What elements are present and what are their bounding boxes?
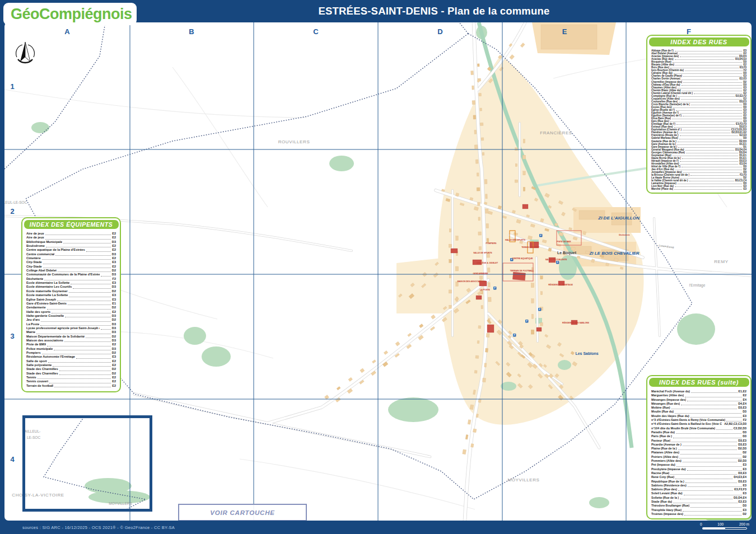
map-label: MAISON DES ASSOCIATIONS: [458, 280, 486, 283]
north-arrow-icon: [16, 42, 35, 63]
index-entry: Aire de jeuxE2: [26, 236, 116, 240]
index-entry: Centre aquatique de la Plaine d'EstréesE…: [26, 248, 116, 252]
grid-column-label: C: [313, 27, 319, 36]
index-entry: DéchetterieF2: [26, 277, 116, 281]
index-entry: n°104 dite du Moulin Brulé (Voie Communa…: [651, 427, 746, 430]
index-entry: Terrain de footballE2: [26, 384, 116, 388]
grid-column-label: E: [562, 27, 567, 36]
map-label: GENDARMERIE: [473, 273, 489, 275]
index-entry: MairieD3: [26, 330, 116, 334]
svg-text:P: P: [539, 308, 540, 311]
map-label: MOYVILLERS: [507, 477, 539, 483]
index-entry: René Coty (Rue)D4,E3,E4: [651, 475, 746, 479]
index-entry: City-StadeE3: [26, 260, 116, 264]
voir-cartouche-box: VOIR CARTOUCHE: [178, 504, 307, 521]
map-label: RÉSIDENCE L'ERMITAGE: [548, 283, 573, 286]
index-entry: Mésanges (Rue des)D4,E4: [651, 402, 746, 406]
scale-0: 0: [700, 522, 702, 526]
cartouche-zone-rect: [22, 415, 152, 512]
index-entry: Sablons (Rue des)E3,F2,F3: [651, 488, 746, 491]
map-label: TENNIS COUVERT: [521, 246, 540, 249]
map-label: SALLE POLYVALENTE: [545, 259, 567, 261]
grid-column-label: D: [437, 27, 442, 36]
index-des-equipements-list: Aire de jeuxE2Aire de jeuxE2Bibliothèque…: [22, 230, 120, 389]
index-entry: Plaine (Rue de la )D2,D3: [651, 447, 746, 451]
index-entry: Sollette (Rue de la )D3,D4,E4: [651, 496, 746, 500]
map-label: ROUVILLERS: [278, 139, 310, 144]
scale-200: 200 m: [739, 522, 749, 526]
index-entry: Moulin des Hayes (Rue du)E3: [651, 414, 746, 418]
index-entry: Théophile Havy (Rue)E3: [651, 508, 746, 512]
index-entry: Ecole maternelle La SolletteE3: [26, 293, 116, 297]
index-entry: Sablons (Résidence des)E3: [651, 484, 746, 488]
index-entry: Troènes (Impasse des)D2: [651, 512, 746, 516]
svg-text:P: P: [514, 334, 515, 336]
map-label: COLLÈGE A. DIDELET: [477, 261, 498, 264]
index-entry: Centre commercialD3: [26, 252, 116, 256]
map-label: COMPIÈGNE: [659, 244, 674, 249]
header-bar: GéoCompiégnois ESTRÉES-SAINT-DENIS - Pla…: [0, 0, 756, 22]
index-entry: Théodore Boullanger (Rue)D3: [651, 504, 746, 508]
index-entry: Presbytère (Impasse du)E3: [651, 467, 746, 471]
index-entry: Paris (Rue de )D3: [651, 434, 746, 438]
index-des-rues-suite-panel: INDEX DES RUES (suite) Maréchal Foch (Av…: [646, 375, 752, 519]
map-label: l'Ermitage: [689, 283, 706, 288]
grid-row-label: 4: [10, 455, 15, 463]
index-des-rues-list: Abbaye (Rue de l')E3Abel Didelet (Avenue…: [647, 48, 750, 191]
index-entry: Lycée professionnel agricole privé Saint…: [26, 326, 116, 330]
map-label: POMPIERS: [486, 242, 497, 245]
svg-text:P: P: [494, 287, 496, 289]
logo: GéoCompiégnois: [3, 3, 137, 25]
index-entry: Salle de sportE2: [26, 359, 116, 363]
index-entry: Ecole élémentaire Les CourtilsD3: [26, 285, 116, 289]
index-entry: Collège Abel DideletD2: [26, 269, 116, 273]
index-entry: Stade des CharmillesD2: [26, 367, 116, 371]
scale-100: 100: [717, 522, 724, 526]
voir-cartouche-label: VOIR CARTOUCHE: [210, 509, 275, 516]
map-label: CENTRE AQUATIQUE: [512, 257, 534, 260]
map-label: HALLE DES SPORTS: [505, 239, 526, 241]
grid-column-label: A: [64, 27, 70, 36]
index-entry: Racine (Rue)D3,E3: [651, 471, 746, 475]
index-entry: Salle polyvalenteE2: [26, 363, 116, 367]
index-entry: CimetièreE2: [26, 256, 116, 260]
index-des-rues-suite-list: Maréchal Foch (Avenue du)E1,E2Marguerite…: [647, 388, 750, 517]
footer-bar: sources : SIG ARC - 16/12/2025 - OCS 202…: [0, 521, 756, 534]
map-label: TERRAIN DE FOOTBALL: [510, 270, 534, 272]
map-label: LA POSTE: [480, 289, 490, 291]
index-entry: n°4 d'Estrées-Saint-Denis à Bailleul-le-…: [651, 422, 746, 426]
svg-text:P: P: [526, 320, 528, 322]
index-entry: Moulin (Rue du)D3: [651, 410, 746, 414]
map-label: REMY: [714, 259, 729, 264]
index-entry: TennisE2: [26, 376, 116, 380]
scale-bar: 0 100 200 m: [700, 522, 749, 530]
index-entry: Halte-garderie CoccinelleD3: [26, 314, 116, 318]
svg-text:P: P: [540, 234, 542, 237]
index-entry: Marché (Place du)E3: [651, 188, 746, 190]
index-entry: Ecole maternelle GuynemerD2: [26, 289, 116, 293]
index-entry: Aire de jeuxE2: [26, 232, 116, 236]
map-label: Les Sablons: [575, 352, 598, 355]
index-entry: Communauté de Communes de la Plaine d'Es…: [26, 273, 116, 277]
index-entry: PompiersD2: [26, 351, 116, 355]
index-entry: n°3 d'Estrées-Saint-Denis à Remy (Voie C…: [651, 418, 746, 422]
index-entry: Pasteur (Rue)D3,E3: [651, 439, 746, 443]
map-label: PISTE DE BMX: [557, 241, 571, 243]
index-des-equipements-panel: INDEX DES ÉQUIPEMENTS Aire de jeuxE2Aire…: [21, 217, 121, 392]
map-label: ZI LE BOIS CHEVALIER: [589, 251, 639, 256]
sources-text: sources : SIG ARC - 16/12/2025 - OCS 202…: [22, 525, 175, 530]
index-entry: Eglise Saint-JosephE3: [26, 298, 116, 302]
map-label: Le Boquet: [557, 251, 577, 255]
index-entry: Stade (Rue du)E2,E3: [651, 500, 746, 504]
index-des-rues-suite-header: INDEX DES RUES (suite): [649, 378, 749, 387]
scale-line: [702, 527, 747, 530]
index-entry: Tennis couvertE2: [26, 380, 116, 383]
index-entry: GendarmerieD2: [26, 306, 116, 310]
index-entry: Résidence Autonomie l'ErmitageE3: [26, 355, 116, 359]
index-entry: Gare d'Estrées-Saint-DenisE1: [26, 302, 116, 306]
index-entry: Platanes (Allée des)D2: [651, 451, 746, 455]
index-entry: Maréchal Foch (Avenue du)E1,E2: [651, 390, 746, 394]
index-entry: City-StadeE2: [26, 265, 116, 269]
grid-row-label: 2: [10, 207, 14, 216]
index-entry: Piste de BMXE2: [26, 343, 116, 346]
